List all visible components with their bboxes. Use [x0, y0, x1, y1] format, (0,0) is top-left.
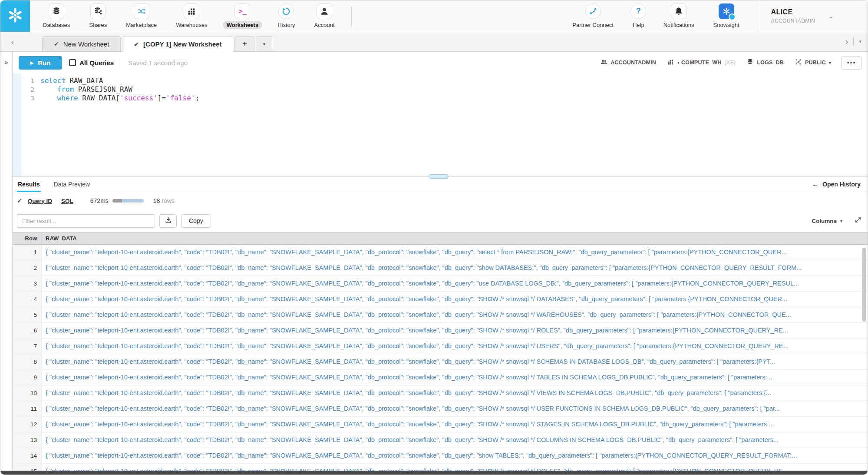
row-raw-data-cell[interactable]: { "cluster_name": "teleport-10-ent.aster… — [42, 370, 868, 385]
nav-item-history[interactable]: History — [268, 3, 304, 29]
download-icon — [165, 216, 172, 226]
nav-item-notifications[interactable]: Notifications — [654, 3, 704, 29]
columns-dropdown[interactable]: Columns ▾ — [812, 218, 842, 224]
worksheet-tab-label: [COPY 1] New Worksheet — [143, 40, 221, 48]
tab-scroll-right-button[interactable]: › — [845, 37, 848, 47]
all-queries-checkbox-row[interactable]: All Queries — [69, 59, 114, 66]
context-public-dropdown[interactable]: PUBLIC▾ — [795, 58, 831, 67]
help-icon: ? — [630, 3, 646, 19]
row-number: 5 — [13, 307, 42, 322]
nav-item-snowsight[interactable]: Snowsight — [704, 3, 749, 29]
nav-item-worksheets[interactable]: >_Worksheets — [217, 3, 268, 29]
user-meta: ALICE ACCOUNTADMIN — [771, 8, 815, 24]
nav-spacer — [355, 0, 560, 32]
nav-item-warehouses[interactable]: Warehouses — [166, 3, 217, 29]
collapsed-tree-panel-strip[interactable] — [13, 73, 21, 176]
worksheet-menu-caret[interactable]: ▾ — [256, 36, 272, 51]
row-raw-data-cell[interactable]: { "cluster_name": "teleport-10-ent.aster… — [42, 245, 868, 260]
header-row-column[interactable]: Row — [13, 233, 42, 244]
role-icon — [600, 58, 607, 67]
context-compute-wh-dropdown[interactable]: ●COMPUTE_WH(XS) — [667, 58, 736, 67]
nav-item-shares[interactable]: Shares — [79, 3, 116, 29]
window-bottom-edge — [0, 471, 868, 475]
status-dot: ● — [677, 61, 680, 65]
row-number: 10 — [13, 385, 42, 401]
context-label: COMPUTE_WH — [681, 60, 721, 66]
all-queries-checkbox[interactable] — [69, 59, 76, 66]
tab-overflow-caret[interactable]: ▾ — [859, 39, 861, 44]
worksheets-icon: >_ — [234, 3, 250, 19]
code-line: 3 where RAW_DATA['success']='false'; — [21, 94, 868, 103]
warehouse-icon — [667, 58, 674, 67]
snowsight-icon — [719, 3, 734, 19]
row-raw-data-cell[interactable]: { "cluster_name": "teleport-10-ent.aster… — [42, 385, 868, 401]
query-id-link[interactable]: Query ID — [28, 198, 52, 204]
table-row: 7{ "cluster_name": "teleport-10-ent.aste… — [13, 339, 868, 354]
download-button[interactable] — [159, 214, 177, 228]
results-panel: Results Data Preview ← Open History ✔ Qu… — [13, 177, 868, 475]
filter-result-input[interactable] — [17, 214, 155, 228]
row-raw-data-cell[interactable]: { "cluster_name": "teleport-10-ent.aster… — [42, 292, 868, 307]
nav-item-label: Shares — [85, 21, 111, 29]
user-menu[interactable]: ALICE ACCOUNTADMIN ⌄ — [758, 0, 868, 32]
context-label: PUBLIC — [805, 60, 826, 66]
line-number: 2 — [21, 85, 40, 94]
run-button[interactable]: ▶ Run — [19, 56, 62, 70]
expand-icon — [855, 216, 861, 225]
row-raw-data-cell[interactable]: { "cluster_name": "teleport-10-ent.aster… — [42, 401, 868, 416]
worksheet-tab-label: New Worksheet — [63, 40, 109, 48]
row-raw-data-cell[interactable]: { "cluster_name": "teleport-10-ent.aster… — [42, 339, 868, 354]
nav-item-label: Warehouses — [172, 21, 211, 29]
more-options-button[interactable]: ••• — [842, 56, 861, 70]
row-raw-data-cell[interactable]: { "cluster_name": "teleport-10-ent.aster… — [42, 417, 868, 432]
snowflake-logo[interactable] — [0, 0, 30, 32]
expand-panel-icon[interactable]: » — [4, 59, 8, 65]
worksheet-tab-new-worksheet[interactable]: ✔New Worksheet — [42, 36, 121, 51]
nav-item-databases[interactable]: Databases — [33, 3, 79, 29]
tab-results[interactable]: Results — [17, 178, 41, 192]
open-history-link[interactable]: ← Open History — [812, 180, 861, 192]
header-raw-data-column[interactable]: RAW_DATA — [42, 233, 77, 244]
tabs-holder: ✔New Worksheet✔[COPY 1] New Worksheet — [42, 36, 233, 51]
row-number: 7 — [13, 339, 42, 354]
tabbar-right-controls: › ▾ — [839, 32, 868, 51]
nav-items-left: DatabasesSharesMarketplaceWarehouses>_Wo… — [30, 0, 348, 32]
worksheet-tab-copy-1-new-worksheet[interactable]: ✔[COPY 1] New Worksheet — [122, 37, 233, 52]
nav-item-account[interactable]: Account — [305, 3, 344, 29]
sql-editor[interactable]: 1select RAW_DATA2 from PARSEJSON_RAW3 wh… — [21, 73, 868, 176]
columns-label: Columns — [812, 218, 837, 224]
expand-results-button[interactable] — [855, 216, 861, 225]
saved-status: Saved 1 second ago — [121, 59, 188, 66]
vertical-scrollbar[interactable] — [862, 248, 866, 322]
arrow-left-icon: ← — [812, 180, 818, 188]
context-accountadmin-dropdown[interactable]: ACCOUNTADMIN — [600, 58, 656, 67]
caret-down-icon: ▾ — [829, 60, 831, 65]
row-raw-data-cell[interactable]: { "cluster_name": "teleport-10-ent.aster… — [42, 307, 868, 322]
row-raw-data-cell[interactable]: { "cluster_name": "teleport-10-ent.aster… — [42, 354, 868, 369]
row-raw-data-cell[interactable]: { "cluster_name": "teleport-10-ent.aster… — [42, 260, 868, 276]
table-row: 3{ "cluster_name": "teleport-10-ent.aste… — [13, 276, 868, 292]
results-actions-row: Copy Columns ▾ — [13, 209, 868, 232]
table-row: 14{ "cluster_name": "teleport-10-ent.ast… — [13, 448, 868, 464]
nav-item-label: History — [274, 21, 299, 29]
copy-button[interactable]: Copy — [181, 214, 211, 228]
nav-item-partner-connect[interactable]: Partner Connect — [563, 3, 623, 29]
code-line: 1select RAW_DATA — [21, 76, 868, 85]
splitter-drag-handle[interactable] — [429, 174, 449, 179]
line-number: 1 — [21, 76, 40, 85]
nav-item-label: Snowsight — [710, 21, 743, 29]
new-worksheet-button[interactable]: + — [234, 36, 254, 51]
row-raw-data-cell[interactable]: { "cluster_name": "teleport-10-ent.aster… — [42, 323, 868, 338]
left-rail: » — [0, 52, 13, 475]
nav-item-marketplace[interactable]: Marketplace — [116, 3, 166, 29]
worksheet-tabbar: ‹ ✔New Worksheet✔[COPY 1] New Worksheet … — [0, 32, 868, 52]
tab-data-preview[interactable]: Data Preview — [53, 178, 91, 192]
sql-link[interactable]: SQL — [61, 198, 73, 204]
nav-item-help[interactable]: ?Help — [623, 3, 654, 29]
row-raw-data-cell[interactable]: { "cluster_name": "teleport-10-ent.aster… — [42, 276, 868, 291]
tab-scroll-left-button[interactable]: ‹ — [0, 32, 25, 51]
row-raw-data-cell[interactable]: { "cluster_name": "teleport-10-ent.aster… — [42, 448, 868, 463]
context-logs-db-dropdown[interactable]: LOGS_DB — [746, 58, 784, 67]
user-role: ACCOUNTADMIN — [771, 18, 815, 24]
row-raw-data-cell[interactable]: { "cluster_name": "teleport-10-ent.aster… — [42, 432, 868, 448]
